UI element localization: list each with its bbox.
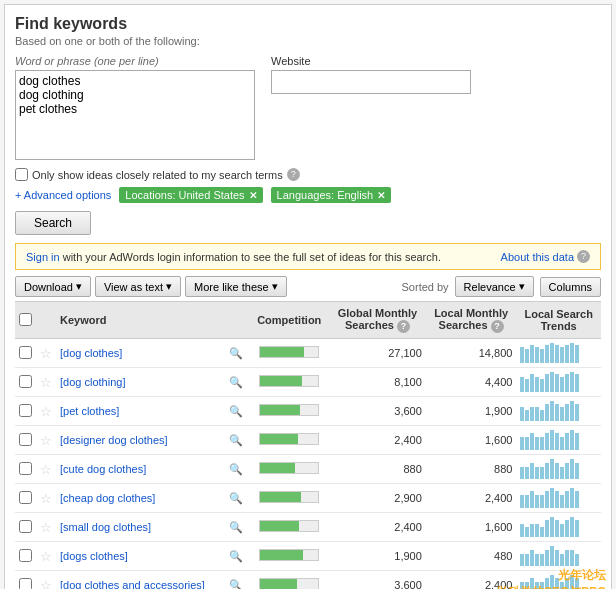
download-button[interactable]: Download ▾ xyxy=(15,276,91,297)
language-tag-close[interactable]: ✕ xyxy=(377,190,385,201)
relevance-chevron-icon: ▾ xyxy=(519,280,525,293)
trend-bars xyxy=(520,488,597,508)
global-monthly-value: 880 xyxy=(329,455,426,484)
row-checkbox[interactable] xyxy=(19,520,32,533)
row-checkbox[interactable] xyxy=(19,404,32,417)
global-help-icon[interactable]: ? xyxy=(397,320,410,333)
local-monthly-value: 880 xyxy=(426,455,517,484)
star-icon[interactable]: ☆ xyxy=(40,404,52,419)
trend-bars xyxy=(520,401,597,421)
star-icon[interactable]: ☆ xyxy=(40,462,52,477)
magnifier-icon[interactable]: 🔍 xyxy=(229,434,243,446)
keyword-link[interactable]: [cheap dog clothes] xyxy=(60,492,155,504)
row-checkbox[interactable] xyxy=(19,549,32,562)
advanced-options-link[interactable]: + Advanced options xyxy=(15,189,111,201)
location-tag-close[interactable]: ✕ xyxy=(249,190,257,201)
trend-bars xyxy=(520,372,597,392)
table-row: ☆[cheap dog clothes]🔍2,9002,400 xyxy=(15,484,601,513)
global-monthly-value: 3,600 xyxy=(329,397,426,426)
comp-icon-header xyxy=(225,302,249,339)
local-help-icon[interactable]: ? xyxy=(491,320,504,333)
sorted-by-label: Sorted by xyxy=(402,281,449,293)
table-row: ☆[cute dog clothes]🔍880880 xyxy=(15,455,601,484)
keyword-link[interactable]: [dog clothes and accessories] xyxy=(60,579,205,589)
global-monthly-value: 27,100 xyxy=(329,339,426,368)
global-monthly-value: 8,100 xyxy=(329,368,426,397)
website-input[interactable] xyxy=(271,70,471,94)
word-phrase-input[interactable] xyxy=(15,70,255,160)
trend-bars xyxy=(520,343,597,363)
keyword-header: Keyword xyxy=(56,302,225,339)
global-monthly-value: 2,400 xyxy=(329,513,426,542)
star-icon[interactable]: ☆ xyxy=(40,375,52,390)
local-monthly-value: 1,900 xyxy=(426,397,517,426)
select-all-checkbox[interactable] xyxy=(19,313,32,326)
global-monthly-header: Global MonthlySearches ? xyxy=(329,302,426,339)
columns-button[interactable]: Columns xyxy=(540,277,601,297)
word-label: Word or phrase (one per line) xyxy=(15,55,255,67)
local-monthly-value: 2,400 xyxy=(426,484,517,513)
keyword-link[interactable]: [dog clothing] xyxy=(60,376,125,388)
magnifier-icon[interactable]: 🔍 xyxy=(229,463,243,475)
table-row: ☆[pet clothes]🔍3,6001,900 xyxy=(15,397,601,426)
star-icon[interactable]: ☆ xyxy=(40,520,52,535)
trend-bars xyxy=(520,517,597,537)
global-monthly-value: 2,400 xyxy=(329,426,426,455)
magnifier-icon[interactable]: 🔍 xyxy=(229,347,243,359)
star-icon[interactable]: ☆ xyxy=(40,346,52,361)
about-data-link[interactable]: About this data ? xyxy=(501,250,590,263)
table-row: ☆[dogs clothes]🔍1,900480 xyxy=(15,542,601,571)
language-tag[interactable]: Languages: English ✕ xyxy=(271,187,392,203)
star-icon[interactable]: ☆ xyxy=(40,491,52,506)
more-like-these-button[interactable]: More like these ▾ xyxy=(185,276,287,297)
magnifier-icon[interactable]: 🔍 xyxy=(229,550,243,562)
closely-related-label: Only show ideas closely related to my se… xyxy=(32,169,283,181)
view-as-text-chevron-icon: ▾ xyxy=(166,280,172,293)
row-checkbox[interactable] xyxy=(19,578,32,590)
star-icon[interactable]: ☆ xyxy=(40,433,52,448)
keyword-link[interactable]: [small dog clothes] xyxy=(60,521,151,533)
watermark: 光年论坛 做科学的SEO与PPC xyxy=(496,567,606,589)
star-icon[interactable]: ☆ xyxy=(40,549,52,564)
keyword-link[interactable]: [designer dog clothes] xyxy=(60,434,168,446)
row-checkbox[interactable] xyxy=(19,433,32,446)
closely-related-checkbox[interactable] xyxy=(15,168,28,181)
row-checkbox[interactable] xyxy=(19,375,32,388)
view-as-text-button[interactable]: View as text ▾ xyxy=(95,276,181,297)
magnifier-icon[interactable]: 🔍 xyxy=(229,405,243,417)
local-monthly-value: 1,600 xyxy=(426,513,517,542)
magnifier-icon[interactable]: 🔍 xyxy=(229,579,243,590)
trend-bars xyxy=(520,459,597,479)
relevance-button[interactable]: Relevance ▾ xyxy=(455,276,534,297)
table-row: ☆[dog clothing]🔍8,1004,400 xyxy=(15,368,601,397)
signin-link[interactable]: Sign in xyxy=(26,251,60,263)
row-checkbox[interactable] xyxy=(19,346,32,359)
search-button[interactable]: Search xyxy=(15,211,91,235)
row-checkbox[interactable] xyxy=(19,462,32,475)
star-icon[interactable]: ☆ xyxy=(40,578,52,590)
global-monthly-value: 1,900 xyxy=(329,542,426,571)
keyword-link[interactable]: [pet clothes] xyxy=(60,405,119,417)
signin-bar: Sign in with your AdWords login informat… xyxy=(15,243,601,270)
local-monthly-value: 14,800 xyxy=(426,339,517,368)
global-monthly-value: 3,600 xyxy=(329,571,426,590)
location-tag[interactable]: Locations: United States ✕ xyxy=(119,187,262,203)
page-title: Find keywords xyxy=(15,15,601,33)
local-monthly-value: 480 xyxy=(426,542,517,571)
website-label: Website xyxy=(271,55,471,67)
keywords-table: Keyword Competition Global MonthlySearch… xyxy=(15,301,601,589)
about-help-icon[interactable]: ? xyxy=(577,250,590,263)
help-icon[interactable]: ? xyxy=(287,168,300,181)
global-monthly-value: 2,900 xyxy=(329,484,426,513)
keyword-link[interactable]: [cute dog clothes] xyxy=(60,463,146,475)
row-checkbox[interactable] xyxy=(19,491,32,504)
toolbar: Download ▾ View as text ▾ More like thes… xyxy=(15,276,601,297)
magnifier-icon[interactable]: 🔍 xyxy=(229,521,243,533)
keyword-link[interactable]: [dog clothes] xyxy=(60,347,122,359)
keyword-link[interactable]: [dogs clothes] xyxy=(60,550,128,562)
magnifier-icon[interactable]: 🔍 xyxy=(229,492,243,504)
local-trends-header: Local SearchTrends xyxy=(516,302,601,339)
magnifier-icon[interactable]: 🔍 xyxy=(229,376,243,388)
competition-header: Competition xyxy=(249,302,329,339)
local-monthly-value: 4,400 xyxy=(426,368,517,397)
